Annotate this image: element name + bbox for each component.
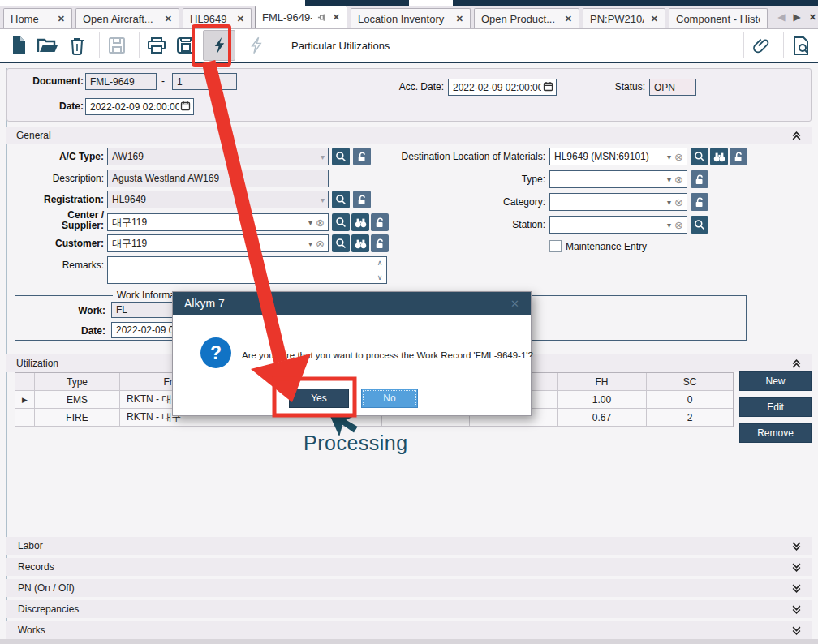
remarks-field[interactable]: [110, 258, 373, 282]
pin-icon[interactable]: [317, 13, 326, 22]
station-search-button[interactable]: [691, 216, 708, 234]
station-combo[interactable]: ▾ ⊗: [549, 216, 687, 234]
paperclip-icon: [752, 36, 770, 54]
ac-type-combo[interactable]: AW169 ▾: [107, 148, 329, 165]
tab-fml-9649-1[interactable]: FML-9649-1 ✕: [255, 6, 347, 28]
clear-icon[interactable]: ⊗: [674, 152, 687, 162]
expand-section-icon[interactable]: [791, 583, 802, 594]
registration-combo[interactable]: HL9649 ▾: [107, 191, 329, 208]
chevron-down-icon[interactable]: ▾: [305, 239, 316, 248]
chevron-down-icon[interactable]: ▾: [317, 152, 328, 161]
clear-icon[interactable]: ⊗: [674, 220, 687, 230]
document-revision-field[interactable]: [172, 73, 237, 90]
collapse-section-icon[interactable]: [791, 131, 802, 141]
attachments-button[interactable]: [749, 33, 773, 58]
yes-button[interactable]: Yes: [289, 389, 349, 408]
collapse-section-icon[interactable]: [791, 358, 802, 369]
expand-section-icon[interactable]: [791, 562, 802, 573]
destination-find-button[interactable]: [710, 148, 728, 165]
customer-search-button[interactable]: [332, 234, 350, 252]
print-preview-button[interactable]: [174, 33, 198, 58]
clear-icon[interactable]: ⊗: [674, 174, 687, 185]
registration-search-button[interactable]: [332, 191, 350, 208]
remove-button[interactable]: Remove: [739, 423, 812, 443]
tab-close-icon[interactable]: ✕: [165, 14, 172, 24]
save-button[interactable]: [105, 33, 129, 58]
tab-component-history[interactable]: Component - Histo...: [669, 8, 768, 28]
tab-close-icon[interactable]: ✕: [565, 14, 572, 24]
tab-home[interactable]: Home ✕: [3, 8, 72, 28]
expand-section-icon[interactable]: [791, 541, 802, 552]
new-button[interactable]: New: [739, 371, 812, 391]
section-pn-on-off[interactable]: PN (On / Off): [6, 579, 812, 597]
chevron-down-icon[interactable]: ▾: [664, 175, 674, 184]
open-button[interactable]: [36, 33, 60, 58]
date-field[interactable]: [85, 98, 194, 115]
section-records[interactable]: Records: [6, 558, 812, 576]
center-supplier-search-button[interactable]: [332, 213, 350, 231]
customer-combo[interactable]: 대구119 ▾ ⊗: [107, 234, 329, 252]
remarks-scrollbar[interactable]: ∧ ∨: [374, 258, 385, 282]
dialog-title-bar[interactable]: Alkym 7 ✕: [173, 292, 531, 315]
process-button[interactable]: [203, 30, 235, 61]
scroll-up-icon[interactable]: ∧: [377, 259, 383, 267]
maintenance-entry-checkbox[interactable]: [549, 240, 562, 252]
category-combo[interactable]: ▾ ⊗: [549, 193, 687, 211]
expand-section-icon[interactable]: [791, 604, 802, 615]
expand-section-icon[interactable]: [791, 625, 802, 636]
print-button[interactable]: [144, 33, 169, 58]
type-combo[interactable]: ▾ ⊗: [549, 170, 687, 188]
tab-close-icon[interactable]: ✕: [456, 14, 463, 24]
clear-icon[interactable]: ⊗: [674, 197, 687, 208]
ac-type-search-button[interactable]: [332, 148, 350, 165]
type-lock-button[interactable]: [691, 170, 708, 188]
customer-lock-button[interactable]: [371, 234, 389, 252]
chevron-down-icon[interactable]: ▾: [317, 195, 328, 204]
destination-search-button[interactable]: [691, 148, 708, 165]
scroll-down-icon[interactable]: ∨: [377, 273, 383, 281]
category-lock-button[interactable]: [691, 193, 708, 211]
tab-scroll-right-icon[interactable]: ▶: [794, 11, 801, 23]
column-header-fh[interactable]: FH: [558, 373, 647, 390]
section-discrepancies[interactable]: Discrepancies: [6, 600, 812, 618]
tab-open-product[interactable]: Open Product... ✕: [474, 8, 579, 28]
column-header-sc[interactable]: SC: [647, 373, 733, 390]
tab-open-aircraft[interactable]: Open Aircraft... ✕: [75, 8, 179, 28]
new-document-button[interactable]: [6, 33, 31, 58]
column-header-type[interactable]: Type: [35, 373, 120, 390]
status-field[interactable]: [649, 79, 696, 96]
tab-close-icon[interactable]: ✕: [58, 14, 65, 24]
section-works[interactable]: Works: [6, 621, 812, 639]
customer-find-button[interactable]: [351, 234, 369, 252]
tab-location-inventory[interactable]: Location Inventory ✕: [351, 8, 471, 28]
destination-combo[interactable]: HL9649 (MSN:69101) ▾ ⊗: [549, 148, 687, 165]
section-labor[interactable]: Labor: [6, 537, 812, 555]
unprocess-button[interactable]: [243, 33, 268, 58]
calendar-icon[interactable]: [543, 81, 554, 92]
acc-date-field[interactable]: [448, 79, 557, 96]
chevron-down-icon[interactable]: ▾: [305, 218, 316, 227]
no-button[interactable]: No: [361, 389, 418, 408]
calendar-icon[interactable]: [180, 101, 192, 112]
dialog-close-icon[interactable]: ✕: [510, 298, 519, 310]
edit-button[interactable]: Edit: [739, 397, 812, 417]
chevron-down-icon[interactable]: ▾: [664, 198, 674, 207]
chevron-down-icon[interactable]: ▾: [664, 221, 674, 230]
destination-lock-button[interactable]: [730, 148, 747, 165]
tab-close-icon[interactable]: ✕: [333, 12, 340, 23]
tab-pn-pw210a[interactable]: PN:PW210A ✕: [583, 8, 665, 28]
tab-scroll-left-icon[interactable]: ◀: [777, 11, 785, 23]
general-section-header[interactable]: General: [6, 127, 812, 144]
clear-icon[interactable]: ⊗: [316, 217, 328, 228]
center-supplier-combo[interactable]: 대구119 ▾ ⊗: [107, 213, 329, 231]
delete-button[interactable]: [65, 33, 89, 58]
report-preview-button[interactable]: [789, 33, 813, 58]
tab-hl9649[interactable]: HL9649 ✕: [183, 8, 252, 28]
tab-list-close-icon[interactable]: ✕: [809, 12, 816, 23]
clear-icon[interactable]: ⊗: [316, 238, 328, 249]
description-field[interactable]: [107, 170, 329, 187]
tab-close-icon[interactable]: ✕: [237, 14, 244, 24]
tab-close-icon[interactable]: ✕: [651, 14, 658, 24]
chevron-down-icon[interactable]: ▾: [664, 152, 674, 161]
document-number-field[interactable]: [85, 73, 157, 90]
